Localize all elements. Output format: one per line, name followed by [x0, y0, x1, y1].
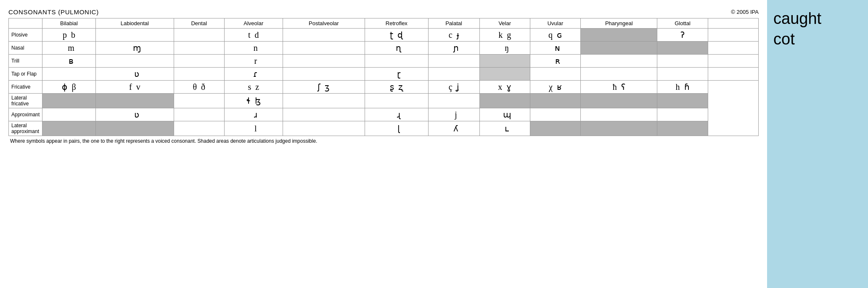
cell: ɽ: [365, 68, 428, 81]
cell: f v: [96, 81, 174, 94]
cell: [657, 68, 708, 81]
table-row: Lateral approximant l ɭ ʎ ʟ: [9, 121, 759, 136]
cell: [530, 121, 580, 136]
cell: h ɦ: [657, 81, 708, 94]
cell: [530, 108, 580, 121]
cell: j: [428, 108, 479, 121]
cell: ʋ: [96, 68, 174, 81]
footnote: Where symbols appear in pairs, the one t…: [8, 138, 759, 144]
table-row: Nasal m ɱ n ɳ ɲ ŋ ɴ: [9, 42, 759, 55]
cell: ʋ: [96, 108, 174, 121]
cell: [657, 108, 708, 121]
cell: m: [42, 42, 96, 55]
table-row: Plosivep bt dʈ ɖc ɟk gq ɢʔ: [9, 29, 759, 42]
cell: [96, 94, 174, 108]
cell: q ɢ: [530, 29, 580, 42]
cell: [479, 68, 530, 81]
cell: [657, 55, 708, 68]
cell: [283, 42, 365, 55]
cell: [581, 94, 657, 108]
table-row: Lateral fricativeɬ ɮ: [9, 94, 759, 108]
cell: [581, 121, 657, 136]
table-row: Trill ʙ r ʀ: [9, 55, 759, 68]
cell: [283, 108, 365, 121]
row-label: Lateral fricative: [9, 94, 42, 108]
cell: [283, 68, 365, 81]
cell: ɭ: [365, 121, 428, 136]
cell: ʔ: [657, 29, 708, 42]
cell: [479, 55, 530, 68]
cell: [581, 55, 657, 68]
cell: t d: [224, 29, 283, 42]
row-label: Nasal: [9, 42, 42, 55]
cell: [174, 29, 224, 42]
cell: [96, 55, 174, 68]
col-header-glottal: Glottal: [657, 18, 708, 29]
cell: ʙ: [42, 55, 96, 68]
cell: [174, 55, 224, 68]
cell: [530, 68, 580, 81]
cell: ʈ ɖ: [365, 29, 428, 42]
cell: ʟ: [479, 121, 530, 136]
cell: r: [224, 55, 283, 68]
cell: [657, 94, 708, 108]
table-header: CONSONANTS (PULMONIC) © 2005 IPA: [8, 8, 759, 16]
cell: [42, 94, 96, 108]
cell: [657, 42, 708, 55]
cell: k g: [479, 29, 530, 42]
cell: [42, 121, 96, 136]
cell: [581, 29, 657, 42]
col-header-palatal: Palatal: [428, 18, 479, 29]
sidebar-line1: caught: [773, 10, 821, 27]
cell: [479, 94, 530, 108]
cell: χ ʁ: [530, 81, 580, 94]
cell: [96, 29, 174, 42]
cell: [174, 94, 224, 108]
row-label: Plosive: [9, 29, 42, 42]
table-row: Approximant ʋ ɹ ɻ j ɰ: [9, 108, 759, 121]
sidebar-panel: caught cot: [767, 0, 868, 288]
cell: ʀ: [530, 55, 580, 68]
cell: [365, 55, 428, 68]
cell: ç ʝ: [428, 81, 479, 94]
cell: p b: [42, 29, 96, 42]
cell: θ ð: [174, 81, 224, 94]
copyright: © 2005 IPA: [731, 9, 759, 15]
cell: [581, 42, 657, 55]
sidebar-line2: cot: [773, 30, 795, 48]
cell: [708, 42, 758, 55]
col-header-retroflex: Retroflex: [365, 18, 428, 29]
table-row: Tap or Flap ʋ ɾ ɽ: [9, 68, 759, 81]
cell: ɻ: [365, 108, 428, 121]
col-header-empty: [9, 18, 42, 29]
cell: ɬ ɮ: [224, 94, 283, 108]
main-content: CONSONANTS (PULMONIC) © 2005 IPA Bilabia…: [0, 0, 767, 152]
cell: x ɣ: [479, 81, 530, 94]
col-header-bilabial: Bilabial: [42, 18, 96, 29]
cell: ɾ: [224, 68, 283, 81]
cell: [428, 68, 479, 81]
col-header-postalveolar: Postalveolar: [283, 18, 365, 29]
cell: [283, 29, 365, 42]
column-header-row: Bilabial Labiodental Dental Alveolar Pos…: [9, 18, 759, 29]
cell: s z: [224, 81, 283, 94]
cell: [174, 121, 224, 136]
cell: ħ ʕ: [581, 81, 657, 94]
cell: [283, 55, 365, 68]
cell: [365, 94, 428, 108]
cell: ŋ: [479, 42, 530, 55]
cell: n: [224, 42, 283, 55]
col-header-dental: Dental: [174, 18, 224, 29]
sidebar-text: caught cot: [773, 8, 821, 50]
cell: [581, 108, 657, 121]
cell: [530, 94, 580, 108]
row-label: Lateral approximant: [9, 121, 42, 136]
cell: [42, 108, 96, 121]
cell: ɸ β: [42, 81, 96, 94]
cell: ɳ: [365, 42, 428, 55]
cell: l: [224, 121, 283, 136]
col-header-pharyngeal: Pharyngeal: [581, 18, 657, 29]
row-label: Trill: [9, 55, 42, 68]
cell: [96, 121, 174, 136]
cell: ʂ ʐ: [365, 81, 428, 94]
